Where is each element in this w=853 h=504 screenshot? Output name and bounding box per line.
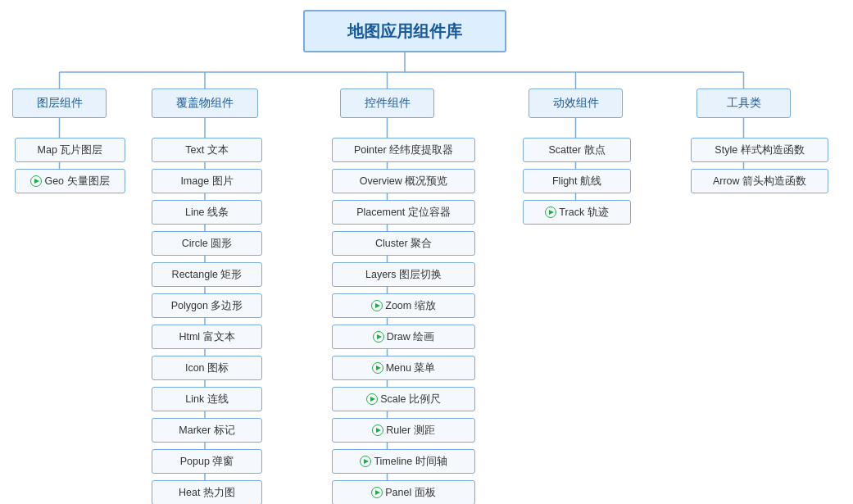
play-icon [371, 487, 383, 498]
leaf-node[interactable]: Ruler 测距 [332, 418, 475, 443]
leaf-label: Image 图片 [180, 175, 233, 188]
leaf-node[interactable]: Text 文本 [152, 138, 262, 162]
play-icon [545, 207, 556, 218]
leaf-node[interactable]: Layers 图层切换 [332, 262, 475, 287]
leaf-label: Text 文本 [185, 143, 228, 157]
category-node-cat1: 图层组件 [12, 89, 107, 118]
leaf-label: Draw 绘画 [387, 330, 435, 344]
leaf-node[interactable]: Draw 绘画 [332, 325, 475, 349]
leaf-label: Heat 热力图 [179, 486, 235, 500]
leaf-node[interactable]: Placement 定位容器 [332, 200, 475, 225]
play-icon [373, 331, 384, 343]
leaf-label: Cluster 聚合 [375, 237, 432, 251]
leaf-node[interactable]: Cluster 聚合 [332, 231, 475, 256]
leaf-label: Line 线条 [185, 206, 229, 220]
leaf-label: Polygon 多边形 [171, 299, 243, 313]
leaf-node[interactable]: Link 连线 [152, 387, 262, 411]
leaf-node[interactable]: Popup 弹窗 [152, 449, 262, 474]
category-node-cat4: 动效组件 [529, 89, 623, 118]
play-icon [30, 175, 42, 187]
leaf-node[interactable]: Pointer 经纬度提取器 [332, 138, 475, 162]
category-node-cat5: 工具类 [696, 89, 791, 118]
leaf-label: Scatter 散点 [548, 143, 605, 157]
play-icon [371, 300, 383, 311]
leaf-label: Menu 菜单 [386, 361, 436, 375]
leaf-label: Flight 航线 [552, 175, 601, 188]
leaf-node[interactable]: Image 图片 [152, 169, 262, 193]
leaf-label: Timeline 时间轴 [374, 455, 447, 469]
leaf-label: Geo 矢量图层 [44, 175, 109, 188]
leaf-label: Overview 概况预览 [360, 175, 448, 188]
leaf-node[interactable]: Flight 航线 [523, 169, 631, 193]
leaf-node[interactable]: Menu 菜单 [332, 356, 475, 380]
leaf-node[interactable]: Panel 面板 [332, 480, 475, 504]
leaf-node[interactable]: Line 线条 [152, 200, 262, 225]
leaf-node[interactable]: Style 样式构造函数 [691, 138, 828, 162]
leaf-node[interactable]: Rectangle 矩形 [152, 262, 262, 287]
leaf-label: Arrow 箭头构造函数 [713, 175, 806, 188]
leaf-label: Ruler 测距 [386, 424, 434, 438]
leaf-label: Popup 弹窗 [180, 455, 234, 469]
leaf-label: Icon 图标 [185, 361, 229, 375]
leaf-label: Map 瓦片图层 [38, 143, 103, 157]
leaf-label: Circle 圆形 [182, 237, 232, 251]
leaf-node[interactable]: Marker 标记 [152, 418, 262, 443]
leaf-node[interactable]: Circle 圆形 [152, 231, 262, 256]
category-node-cat3: 控件组件 [340, 89, 434, 118]
leaf-node[interactable]: Scale 比例尺 [332, 387, 475, 411]
category-node-cat2: 覆盖物组件 [152, 89, 258, 118]
leaf-node[interactable]: Html 富文本 [152, 325, 262, 349]
leaf-label: Rectangle 矩形 [172, 268, 243, 282]
leaf-label: Link 连线 [185, 393, 228, 406]
play-icon [366, 393, 378, 405]
tree-container: 地图应用组件库图层组件Map 瓦片图层Geo 矢量图层覆盖物组件Text 文本I… [0, 0, 853, 504]
leaf-label: Scale 比例尺 [380, 393, 441, 406]
leaf-label: Panel 面板 [385, 486, 435, 500]
root-node: 地图应用组件库 [303, 10, 506, 52]
leaf-node[interactable]: Map 瓦片图层 [15, 138, 125, 162]
leaf-node[interactable]: Geo 矢量图层 [15, 169, 125, 193]
play-icon [372, 425, 383, 436]
leaf-label: Html 富文本 [179, 330, 234, 344]
leaf-label: Track 轨迹 [559, 206, 608, 220]
leaf-label: Marker 标记 [179, 424, 234, 438]
leaf-node[interactable]: Track 轨迹 [523, 200, 631, 225]
leaf-label: Style 样式构造函数 [715, 143, 804, 157]
leaf-node[interactable]: Scatter 散点 [523, 138, 631, 162]
leaf-node[interactable]: Zoom 缩放 [332, 293, 475, 318]
leaf-node[interactable]: Icon 图标 [152, 356, 262, 380]
leaf-node[interactable]: Arrow 箭头构造函数 [691, 169, 828, 193]
play-icon [360, 456, 371, 467]
leaf-label: Placement 定位容器 [356, 206, 451, 220]
leaf-node[interactable]: Overview 概况预览 [332, 169, 475, 193]
play-icon [372, 362, 383, 374]
leaf-node[interactable]: Polygon 多边形 [152, 293, 262, 318]
leaf-label: Zoom 缩放 [385, 299, 435, 313]
leaf-node[interactable]: Timeline 时间轴 [332, 449, 475, 474]
leaf-label: Layers 图层切换 [365, 268, 442, 282]
leaf-node[interactable]: Heat 热力图 [152, 480, 262, 504]
leaf-label: Pointer 经纬度提取器 [354, 143, 453, 157]
